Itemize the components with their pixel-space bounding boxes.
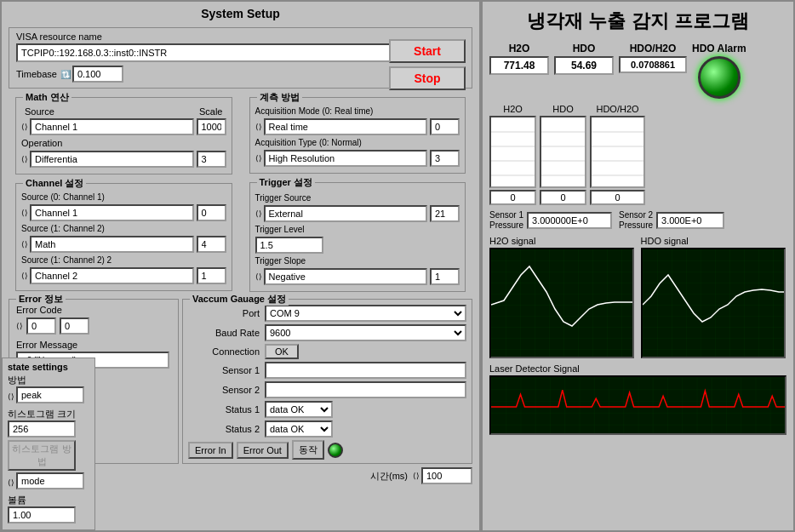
error-in-button[interactable]: Error In (188, 442, 233, 459)
trig-source-num[interactable] (430, 205, 460, 222)
baud-select[interactable]: 9600 (265, 324, 466, 341)
operation-input[interactable] (30, 151, 194, 168)
hist-method-input[interactable] (16, 472, 84, 489)
laser-chart-svg (491, 377, 785, 435)
hdo-h2o-bar-container (590, 116, 645, 188)
error-code-input2[interactable] (60, 317, 89, 335)
channel-title: Channel 설정 (23, 177, 86, 190)
histogram-input[interactable] (8, 420, 76, 438)
h2o-label: H2O (509, 43, 530, 54)
ch1-source-input[interactable] (30, 236, 194, 253)
hdo-h2o-bar-label: HDO/H2O (596, 104, 638, 114)
histogram-method-button[interactable]: 히스토그램 방법 (8, 440, 76, 471)
operation-num-input[interactable] (197, 151, 226, 168)
error-title: Error 정보 (16, 293, 66, 306)
hdo-alarm-label: HDO Alarm (692, 43, 746, 54)
status2-label: Status 2 (188, 424, 265, 434)
trig-slope-spin: ⟨⟩ (255, 272, 262, 281)
error-out-button[interactable]: Error Out (237, 442, 289, 459)
math-scale-input[interactable] (197, 118, 226, 135)
h2o-bar-grid (491, 117, 536, 188)
right-panel-title: 냉각재 누출 감지 프로그램 (489, 9, 786, 34)
h2o-chart-svg (491, 249, 634, 358)
trig-level-input[interactable] (255, 237, 323, 254)
sensor1-input[interactable] (265, 362, 466, 379)
trig-slope-input[interactable] (264, 268, 428, 285)
hdo-chart-svg (643, 249, 786, 358)
error-code-input1[interactable] (26, 317, 56, 335)
hdo-bar-container (540, 116, 586, 188)
hdo-signal-col: HDO signal (641, 236, 787, 358)
time-input[interactable] (421, 467, 472, 484)
math-section: Math 연산 Source Scale ⟨⟩ Operation (15, 97, 232, 174)
hdo-label: HDO (573, 43, 596, 54)
acq-mode-num[interactable] (430, 118, 460, 135)
h2o-bar-label: H2O (503, 104, 523, 114)
acq-type-num[interactable] (430, 150, 460, 167)
trig-source-label: Trigger Source (255, 193, 312, 203)
start-button[interactable]: Start (389, 39, 466, 63)
sensor1-pressure-value[interactable] (527, 212, 612, 229)
hdo-col: HDO 54.69 (554, 43, 614, 75)
status1-select[interactable]: data OK (265, 401, 333, 418)
sensor2-pressure-value[interactable] (656, 212, 724, 229)
acq-type-input[interactable] (264, 150, 428, 167)
sensor1-label: Sensor 1 (188, 365, 265, 375)
vacuum-title: Vaccum Gauage 설정 (190, 293, 289, 306)
trig-level-label: Trigger Level (255, 225, 305, 234)
math-title: Math 연산 (23, 91, 71, 104)
acq-mode-input[interactable] (264, 118, 428, 135)
error-spin: ⟨⟩ (16, 322, 23, 330)
sensor1-pressure-label: Sensor 1Pressure (489, 210, 523, 231)
port-select[interactable]: COM 9 (265, 305, 466, 322)
ch1-num-input[interactable] (197, 236, 226, 253)
method-input[interactable] (16, 386, 84, 403)
error-message-label: Error Message (16, 340, 171, 350)
hdo-bar-label: HDO (552, 104, 573, 114)
start-vacuum-button[interactable]: 동작 (292, 440, 324, 460)
trig-source-input[interactable] (264, 205, 428, 222)
volume-label: 볼륨 (8, 494, 89, 506)
timebase-spin-icon: 🔃 (60, 70, 71, 79)
status1-label: Status 1 (188, 404, 265, 415)
channel-section: Channel 설정 Source (0: Channel 1) ⟨⟩ Sour… (15, 183, 232, 291)
connection-ok-button[interactable]: OK (265, 344, 299, 359)
hdo-bar-value: 0 (540, 190, 586, 205)
hdo-signal-label: HDO signal (641, 236, 787, 246)
hdo-h2o-bar-col: HDO/H2O 0 (590, 104, 645, 205)
ch1b-num-input[interactable] (197, 267, 226, 284)
time-label: 시간(ms) (370, 470, 408, 483)
timebase-input[interactable] (72, 66, 123, 83)
h2o-col: H2O 771.48 (489, 43, 549, 75)
ch1-spin: ⟨⟩ (21, 240, 28, 249)
laser-chart (489, 375, 786, 435)
visa-input[interactable] (16, 43, 441, 62)
ch0-num-input[interactable] (197, 204, 226, 221)
sensor2-input[interactable] (265, 381, 466, 398)
laser-label: Laser Detector Signal (489, 363, 786, 374)
trigger-section: Trigger 설정 Trigger Source ⟨⟩ Trigger Lev… (249, 182, 466, 292)
right-panel: 냉각재 누출 감지 프로그램 H2O 771.48 HDO 54.69 HDO/… (481, 0, 795, 532)
volume-input[interactable] (8, 506, 76, 523)
hist-method-spin: ⟨⟩ (8, 478, 14, 487)
ch1b-source-input[interactable] (30, 267, 194, 284)
laser-section: Laser Detector Signal (489, 363, 786, 435)
hdo-h2o-bar-value: 0 (590, 190, 645, 205)
status2-select[interactable]: data OK (265, 420, 333, 438)
trig-slope-num[interactable] (430, 268, 460, 285)
ch1b-spin: ⟨⟩ (21, 272, 28, 280)
vacuum-section: Vaccum Gauage 설정 Port COM 9 Baud Rate 96… (182, 299, 472, 464)
method-spin: ⟨⟩ (8, 392, 14, 401)
method-label: 방법 (8, 374, 89, 386)
page-title: System Setup (2, 2, 479, 24)
stop-button[interactable]: Stop (389, 66, 466, 90)
hdo-h2o-bar-grid (592, 117, 645, 188)
math-source-input[interactable] (30, 118, 194, 135)
acq-type-label: Acquisition Type (0: Normal) (255, 138, 362, 147)
acquisition-section: 계측 방법 Acquisition Mode (0: Real time) ⟨⟩… (249, 97, 466, 174)
ch0-source-input[interactable] (30, 204, 194, 221)
h2o-signal-col: H2O signal (489, 236, 636, 358)
svg-rect-12 (491, 249, 634, 358)
hdo-alarm-col: HDO Alarm (692, 43, 746, 99)
h2o-bar-container (489, 116, 536, 188)
